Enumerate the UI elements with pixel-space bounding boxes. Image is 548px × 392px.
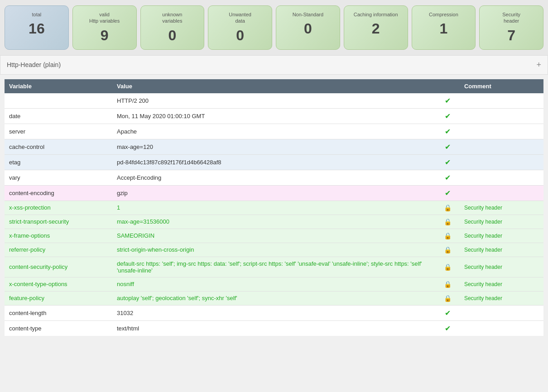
cell-value: pd-84fd4c13f87c892f176f1d4b66428af8	[112, 154, 436, 170]
cell-comment: Security header	[460, 201, 543, 215]
section-title: Http-Header (plain)	[7, 61, 61, 68]
cell-value: strict-origin-when-cross-origin	[112, 243, 436, 257]
card-unknown: unknownvariables0	[140, 5, 205, 50]
cell-comment: Security header	[460, 277, 543, 291]
security-label: Security header	[464, 295, 502, 301]
cell-value: 1	[112, 201, 436, 215]
cell-comment	[460, 305, 543, 320]
cell-comment: Security header	[460, 215, 543, 229]
col-header-comment: Comment	[460, 79, 543, 93]
table-container: Variable Value Comment HTTP/2 200✔dateMo…	[0, 75, 548, 340]
table-row: content-encodinggzip✔	[5, 185, 543, 201]
summary-bar: total16validHttp variables9unknownvariab…	[0, 0, 548, 55]
check-icon: ✔	[445, 112, 451, 120]
cell-value: HTTP/2 200	[112, 93, 436, 109]
security-label: Security header	[464, 247, 502, 253]
cell-comment	[460, 108, 543, 124]
card-value-security: 7	[484, 27, 538, 44]
cell-variable: etag	[5, 154, 112, 170]
table-header-row: Variable Value Comment	[5, 79, 543, 93]
lock-icon: 🔒	[444, 263, 452, 271]
col-header-value: Value	[112, 79, 436, 93]
cell-variable: vary	[5, 170, 112, 185]
table-row: referrer-policystrict-origin-when-cross-…	[5, 243, 543, 257]
cell-icon: 🔒	[436, 257, 460, 277]
cell-variable: content-security-policy	[5, 257, 112, 277]
cell-value: max-age=120	[112, 139, 436, 154]
cell-icon: ✔	[436, 305, 460, 320]
cell-icon: ✔	[436, 185, 460, 201]
cell-value: nosniff	[112, 277, 436, 291]
expand-button[interactable]: +	[536, 60, 541, 70]
card-label-valid-http: validHttp variables	[77, 11, 132, 24]
cell-icon: 🔒	[436, 277, 460, 291]
cell-variable: content-type	[5, 320, 112, 336]
card-compression: Compression1	[412, 5, 476, 50]
table-row: feature-policyautoplay 'self'; geolocati…	[5, 291, 543, 305]
cell-value: Apache	[112, 124, 436, 139]
cell-icon: ✔	[436, 93, 460, 109]
table-row: content-security-policydefault-src https…	[5, 257, 543, 277]
lock-icon: 🔒	[444, 246, 452, 253]
cell-comment	[460, 185, 543, 201]
table-row: etagpd-84fd4c13f87c892f176f1d4b66428af8✔	[5, 154, 543, 170]
cell-icon: ✔	[436, 139, 460, 154]
cell-icon: 🔒	[436, 201, 460, 215]
table-row: content-typetext/html✔	[5, 320, 543, 336]
card-label-compression: Compression	[417, 11, 471, 18]
http-header-table: Variable Value Comment HTTP/2 200✔dateMo…	[5, 79, 543, 336]
cell-value: default-src https: 'self'; img-src https…	[112, 257, 436, 277]
cell-variable: server	[5, 124, 112, 139]
table-row: x-content-type-optionsnosniff🔒Security h…	[5, 277, 543, 291]
cell-value: SAMEORIGIN	[112, 229, 436, 243]
cell-variable: cache-control	[5, 139, 112, 154]
lock-icon: 🔒	[444, 281, 452, 288]
card-total: total16	[5, 5, 69, 50]
cell-variable: content-length	[5, 305, 112, 320]
table-row: x-frame-optionsSAMEORIGIN🔒Security heade…	[5, 229, 543, 243]
table-row: strict-transport-securitymax-age=3153600…	[5, 215, 543, 229]
card-value-valid-http: 9	[77, 27, 132, 44]
card-label-total: total	[10, 11, 64, 18]
table-row: content-length31032✔	[5, 305, 543, 320]
card-caching: Caching information2	[344, 5, 408, 50]
cell-comment	[460, 93, 543, 109]
lock-icon: 🔒	[444, 204, 452, 211]
cell-value: text/html	[112, 320, 436, 336]
card-label-security: Securityheader	[484, 11, 538, 24]
check-icon: ✔	[445, 158, 451, 166]
cell-comment	[460, 139, 543, 154]
cell-variable: strict-transport-security	[5, 215, 112, 229]
card-security: Securityheader7	[479, 5, 543, 50]
cell-icon: ✔	[436, 170, 460, 185]
card-non-standard: Non-Standard0	[276, 5, 340, 50]
check-icon: ✔	[445, 143, 451, 151]
card-label-caching: Caching information	[349, 11, 403, 18]
table-row: x-xss-protection1🔒Security header	[5, 201, 543, 215]
card-value-non-standard: 0	[281, 20, 335, 37]
check-icon: ✔	[445, 128, 451, 135]
card-unwanted: Unwanteddata0	[208, 5, 272, 50]
cell-comment: Security header	[460, 229, 543, 243]
cell-comment: Security header	[460, 291, 543, 305]
card-value-total: 16	[10, 20, 64, 37]
table-row: varyAccept-Encoding✔	[5, 170, 543, 185]
cell-icon: ✔	[436, 108, 460, 124]
cell-icon: 🔒	[436, 229, 460, 243]
col-header-variable: Variable	[5, 79, 112, 93]
table-row: dateMon, 11 May 2020 01:00:10 GMT✔	[5, 108, 543, 124]
cell-comment	[460, 124, 543, 139]
check-icon: ✔	[445, 189, 451, 197]
cell-value: Accept-Encoding	[112, 170, 436, 185]
cell-comment: Security header	[460, 257, 543, 277]
cell-icon: 🔒	[436, 215, 460, 229]
cell-variable: content-encoding	[5, 185, 112, 201]
cell-icon: ✔	[436, 154, 460, 170]
cell-variable	[5, 93, 112, 109]
cell-icon: 🔒	[436, 291, 460, 305]
table-row: HTTP/2 200✔	[5, 93, 543, 109]
lock-icon: 🔒	[444, 295, 452, 302]
check-icon: ✔	[445, 325, 451, 332]
cell-value: autoplay 'self'; geolocation 'self'; syn…	[112, 291, 436, 305]
check-icon: ✔	[445, 309, 451, 317]
